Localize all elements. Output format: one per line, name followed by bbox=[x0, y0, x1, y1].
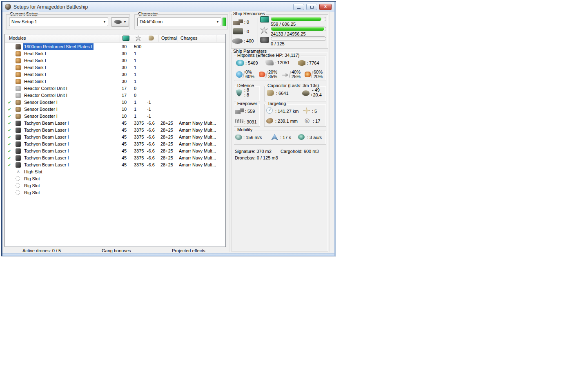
module-optimal-value: 28+25 bbox=[160, 120, 173, 127]
targeting-label: Targeting bbox=[266, 101, 287, 106]
module-name: Rig Slot bbox=[23, 175, 41, 182]
module-row[interactable]: 1600mm Reinforced Steel Plates I30500 bbox=[5, 43, 225, 50]
active-checkmark-icon: ✔ bbox=[8, 120, 11, 127]
armor-hp-value: : 12051 bbox=[275, 60, 290, 65]
module-row[interactable]: ✔Tachyon Beam Laser I453375-6.628+25Amar… bbox=[5, 162, 225, 168]
module-name: Heat Sink I bbox=[23, 64, 47, 71]
max-targets-value: : 5 bbox=[312, 109, 317, 114]
module-row[interactable]: ✔Tachyon Beam Laser I453375-6.628+25Amar… bbox=[5, 134, 225, 141]
turret-hardpoints-icon bbox=[233, 19, 243, 25]
max-velocity-icon bbox=[235, 135, 242, 140]
module-row[interactable]: ✔Tachyon Beam Laser I453375-6.628+25Amar… bbox=[5, 148, 225, 155]
ship-browser-button[interactable]: ▼ bbox=[111, 17, 129, 27]
heat-sink-icon bbox=[16, 51, 21, 56]
reactor-control-icon bbox=[16, 86, 21, 91]
module-row[interactable]: Rig Slot bbox=[5, 175, 225, 182]
launcher-hardpoints-value: : 0 bbox=[244, 29, 249, 34]
module-row[interactable]: ✔Tachyon Beam Laser I453375-6.628+25Amar… bbox=[5, 127, 225, 134]
active-checkmark-icon: ✔ bbox=[8, 148, 11, 155]
module-row[interactable]: Heat Sink I301 bbox=[5, 71, 225, 78]
module-name: Reactor Control Unit I bbox=[23, 85, 69, 92]
heat-sink-icon bbox=[16, 65, 21, 70]
cap-drain-value: - 49 bbox=[312, 88, 320, 92]
minimize-button[interactable] bbox=[293, 4, 304, 10]
module-optimal-value: 28+25 bbox=[160, 162, 173, 168]
module-cap-value: -6.6 bbox=[147, 120, 155, 127]
module-cpu-value: 30 bbox=[122, 57, 127, 64]
module-cap-value: -6.6 bbox=[147, 148, 155, 155]
module-charges-value: Amarr Navy Mult... bbox=[179, 155, 225, 162]
module-pg-value: 3375 bbox=[134, 127, 144, 134]
projected-effects-label[interactable]: Projected effects bbox=[172, 248, 205, 253]
close-button[interactable]: X bbox=[319, 4, 332, 10]
heat-sink-icon bbox=[16, 72, 21, 77]
ship-resources-group: : 0 : 0 : 400 559 / 606.25 24133 / 24956… bbox=[231, 14, 328, 49]
module-cpu-value: 45 bbox=[122, 155, 127, 162]
module-cpu-value: 30 bbox=[122, 71, 127, 78]
module-pg-value: 1 bbox=[134, 106, 136, 113]
targeting-group: Targeting : 141.27 km : 5 : 239.1 mm ◎ :… bbox=[264, 104, 326, 127]
defence-value-1: : 8 bbox=[244, 88, 249, 92]
module-charges-value: Amarr Navy Mult... bbox=[179, 162, 225, 168]
module-row[interactable]: ✔Sensor Booster I101-1 bbox=[5, 113, 225, 120]
window-frame-right bbox=[334, 2, 336, 256]
current-setup-value: New Setup 1 bbox=[11, 19, 37, 24]
active-checkmark-icon: ✔ bbox=[8, 162, 11, 168]
rig-slot-icon bbox=[16, 176, 20, 181]
module-row[interactable]: ✔Sensor Booster I101-1 bbox=[5, 106, 225, 113]
hitpoints-group: Hitpoints (Effective HP: 34,117) : 5469 … bbox=[234, 56, 326, 81]
module-name: Tachyon Beam Laser I bbox=[23, 134, 70, 141]
module-cpu-value: 17 bbox=[122, 85, 127, 92]
active-checkmark-icon: ✔ bbox=[8, 113, 11, 120]
module-row[interactable]: Heat Sink I301 bbox=[5, 57, 225, 64]
character-skill-indicator bbox=[223, 18, 226, 26]
powergrid-progress-bar bbox=[271, 27, 326, 31]
heat-sink-icon bbox=[16, 79, 21, 84]
shield-hp-value: : 5469 bbox=[245, 61, 258, 65]
volley-icon bbox=[235, 119, 243, 123]
calibration-icon bbox=[232, 38, 243, 44]
module-name: Rig Slot bbox=[23, 189, 41, 196]
max-velocity-value: : 156 m/s bbox=[243, 135, 262, 140]
tachyon-laser-icon bbox=[16, 141, 21, 147]
module-pg-value: 500 bbox=[134, 43, 141, 50]
module-name: Tachyon Beam Laser I bbox=[23, 120, 70, 127]
module-row[interactable]: Rig Slot bbox=[5, 182, 225, 189]
module-name: Sensor Booster I bbox=[23, 113, 59, 120]
module-cap-value: -6.6 bbox=[147, 141, 155, 148]
module-row[interactable]: ✔Tachyon Beam Laser I453375-6.628+25Amar… bbox=[5, 141, 225, 148]
module-charges-value: Amarr Navy Mult... bbox=[179, 127, 225, 134]
sensor-booster-icon bbox=[16, 107, 21, 112]
current-setup-combobox[interactable]: New Setup 1 ▼ bbox=[9, 18, 108, 26]
module-name: Reactor Control Unit I bbox=[23, 92, 69, 99]
gang-bonuses-label[interactable]: Gang bonuses bbox=[102, 248, 131, 253]
reactor-control-icon bbox=[16, 93, 21, 98]
launcher-hardpoints-icon bbox=[233, 28, 243, 34]
maximize-button[interactable] bbox=[306, 4, 317, 10]
module-row[interactable]: Reactor Control Unit I170 bbox=[5, 85, 225, 92]
targeting-range-icon bbox=[266, 107, 273, 114]
module-row[interactable]: Heat Sink I301 bbox=[5, 78, 225, 85]
armor-icon bbox=[265, 60, 274, 65]
module-row[interactable]: Rig Slot bbox=[5, 189, 225, 196]
mobility-group: Mobility : 156 m/s : 17 s : 3 au/s bbox=[234, 130, 326, 145]
module-row[interactable]: Heat Sink I301 bbox=[5, 50, 225, 57]
optimal-column-header: Optimal bbox=[161, 36, 177, 40]
module-row[interactable]: ✔Tachyon Beam Laser I453375-6.628+25Amar… bbox=[5, 155, 225, 162]
modules-listbox[interactable]: Modules Optimal Charges 1600mm Reinforce… bbox=[4, 34, 226, 247]
module-row[interactable]: ✔Tachyon Beam Laser I453375-6.628+25Amar… bbox=[5, 120, 225, 127]
title-bar[interactable]: Setups for Armageddon Battleship X bbox=[1, 2, 336, 12]
armor-plate-icon bbox=[16, 44, 21, 49]
module-name: Heat Sink I bbox=[23, 71, 47, 78]
module-row[interactable]: Reactor Control Unit I170 bbox=[5, 92, 225, 99]
active-checkmark-icon: ✔ bbox=[8, 141, 11, 148]
module-cap-value: -6.6 bbox=[147, 155, 155, 162]
module-list-rows: 1600mm Reinforced Steel Plates I30500Hea… bbox=[5, 43, 225, 196]
module-row[interactable]: YHigh Slot bbox=[5, 168, 225, 175]
firepower-dps-value: : 559 bbox=[245, 109, 255, 114]
module-row[interactable]: ✔Sensor Booster I101-1 bbox=[5, 99, 225, 106]
module-cpu-value: 45 bbox=[122, 134, 127, 141]
module-name: Tachyon Beam Laser I bbox=[23, 148, 70, 155]
character-combobox[interactable]: D4rkF4lcon ▼ bbox=[137, 18, 221, 26]
module-row[interactable]: Heat Sink I301 bbox=[5, 64, 225, 71]
